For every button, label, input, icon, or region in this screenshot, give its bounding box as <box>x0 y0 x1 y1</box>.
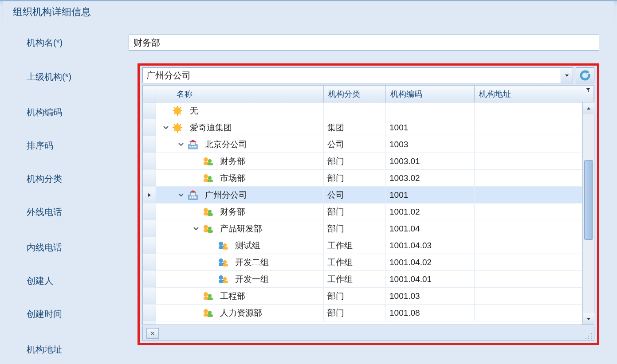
node-name: 工程部 <box>216 290 245 302</box>
grid-footer: ✕ <box>142 326 594 341</box>
row-indicator <box>143 153 156 169</box>
cell-address <box>475 254 582 270</box>
table-row[interactable]: 无 <box>143 102 582 119</box>
tree-expander <box>192 309 200 317</box>
scroll-up-button[interactable] <box>583 102 594 114</box>
node-name: 广州分公司 <box>201 189 247 201</box>
current-row-icon <box>146 192 153 198</box>
name-cell: 北京分公司 <box>156 136 324 153</box>
resize-grip-icon[interactable] <box>585 333 592 340</box>
refresh-icon <box>580 70 590 81</box>
cell-code: 1001.04 <box>386 220 475 237</box>
cell-address <box>475 187 582 203</box>
header-code[interactable]: 机构编码 <box>386 86 475 102</box>
table-row[interactable]: 人力资源部部门1001.08 <box>143 305 582 321</box>
form-body: 机构名(*) 上级机构(*) 机构编码 排序码 机构分类 外线电话 内线电话 创… <box>4 26 613 364</box>
workgroup-icon <box>217 257 230 268</box>
cell-code: 1003.02 <box>386 170 475 186</box>
label-org-category: 机构分类 <box>27 173 129 185</box>
row-indicator <box>143 136 156 153</box>
row-indicator <box>143 187 156 203</box>
header-name[interactable]: 名称 <box>156 86 324 102</box>
tree-expander[interactable] <box>177 140 185 149</box>
node-name: 财务部 <box>216 156 245 167</box>
close-dropdown-button[interactable]: ✕ <box>146 328 159 339</box>
department-icon <box>202 173 215 184</box>
scroll-thumb[interactable] <box>584 160 593 240</box>
table-row[interactable]: 开发二组工作组1001.04.02 <box>143 254 582 271</box>
tree-expander[interactable] <box>192 224 200 233</box>
cell-cat: 公司 <box>324 136 386 153</box>
node-name: 开发二组 <box>232 257 269 268</box>
table-row[interactable]: 开发一组工作组1001.04.01 <box>143 271 582 288</box>
filter-icon[interactable] <box>586 87 591 93</box>
table-row[interactable]: 产品研发部部门1001.04 <box>143 220 582 237</box>
tree-expander <box>192 292 200 301</box>
node-name: 测试组 <box>232 240 260 251</box>
chevron-down-icon <box>178 141 184 148</box>
cell-cat: 部门 <box>324 170 386 186</box>
cell-cat: 部门 <box>324 204 386 220</box>
cell-code: 1001.04.03 <box>386 237 475 254</box>
name-cell: 财务部 <box>156 153 324 169</box>
label-inner-phone: 内线电话 <box>27 242 129 254</box>
workgroup-icon <box>217 240 230 251</box>
name-cell: 广州分公司 <box>156 187 324 203</box>
name-cell: 开发二组 <box>156 254 324 270</box>
cell-address <box>475 237 582 254</box>
header-category[interactable]: 机构分类 <box>324 86 386 102</box>
name-cell: 人力资源部 <box>156 305 324 321</box>
cell-code: 1001.04.02 <box>386 254 475 270</box>
label-org-code: 机构编码 <box>27 106 129 118</box>
table-row[interactable]: 广州分公司公司1001 <box>143 187 582 204</box>
close-icon: ✕ <box>150 330 155 337</box>
table-row[interactable]: 北京分公司公司1003 <box>143 136 582 153</box>
row-indicator <box>143 321 156 325</box>
table-row[interactable]: 工程部部门1001.03 <box>143 288 582 305</box>
node-name: 爱奇迪集团 <box>186 122 232 133</box>
scroll-down-button[interactable] <box>583 313 594 325</box>
tree-expander[interactable] <box>161 123 170 132</box>
cell-address <box>475 102 582 119</box>
panel-title: 组织机构详细信息 <box>3 1 614 22</box>
cell-address <box>475 119 582 136</box>
vertical-scrollbar[interactable] <box>582 102 594 325</box>
input-org-name[interactable] <box>129 35 599 51</box>
triangle-down-icon <box>586 316 592 322</box>
cell-code: 1003.01 <box>386 153 475 169</box>
dropdown-toggle-button[interactable] <box>561 67 573 83</box>
tree-expander[interactable] <box>177 191 185 200</box>
table-row[interactable]: 测试组工作组1001.04.03 <box>143 237 582 254</box>
cell-cat: 集团 <box>324 119 386 136</box>
table-row[interactable]: 市场部部门1003.02 <box>143 170 582 187</box>
cell-code: 1001.04.01 <box>386 271 475 287</box>
name-cell: 测试组 <box>156 237 324 254</box>
tree-expander <box>207 258 216 267</box>
header-address[interactable]: 机构地址 <box>475 86 594 102</box>
label-creator: 创建人 <box>27 275 129 287</box>
row-indicator <box>143 170 156 186</box>
workgroup-icon <box>217 274 230 285</box>
grid-header: 名称 机构分类 机构编码 机构地址 <box>143 86 594 102</box>
cell-cat <box>324 102 386 119</box>
cell-address <box>475 170 582 186</box>
cell-code: 1001.03 <box>386 288 475 304</box>
table-row[interactable]: 财务部部门1003.01 <box>143 153 582 170</box>
row-indicator <box>143 271 156 287</box>
cell-code: 1001 <box>386 187 475 203</box>
parent-org-input[interactable] <box>142 67 561 83</box>
cell-cat: 工作组 <box>324 254 386 270</box>
label-org-address: 机构地址 <box>27 344 129 356</box>
refresh-button[interactable] <box>576 67 594 83</box>
tree-expander <box>207 241 216 250</box>
row-indicator <box>143 102 156 119</box>
table-row[interactable]: 爱奇迪集团集团1001 <box>143 119 582 136</box>
row-indicator <box>143 220 156 237</box>
tree-expander <box>161 106 170 115</box>
cell-address <box>475 271 582 287</box>
row-indicator <box>143 237 156 254</box>
department-icon <box>202 223 215 234</box>
department-icon <box>202 291 215 301</box>
cell-cat: 部门 <box>324 305 386 321</box>
table-row[interactable]: 财务部部门1001.02 <box>143 204 582 220</box>
